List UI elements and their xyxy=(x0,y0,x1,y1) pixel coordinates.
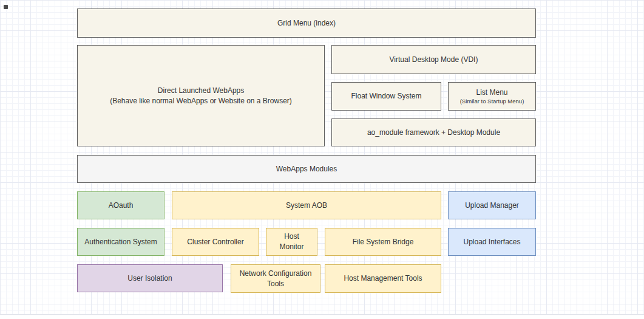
ao-module-label: ao_module framework + Desktop Module xyxy=(367,128,500,138)
list-menu-title: List Menu xyxy=(476,87,507,98)
aoauth-box: AOauth xyxy=(77,191,164,219)
webapps-modules-label: WebApps Modules xyxy=(276,164,337,174)
direct-webapps-box: Direct Launched WebApps (Behave like nor… xyxy=(77,45,325,146)
host-monitor-label: Host Monitor xyxy=(271,232,312,252)
list-menu-box: List Menu (Similar to Startup Menu) xyxy=(448,82,536,111)
system-aob-label: System AOB xyxy=(286,201,327,211)
file-system-bridge-label: File System Bridge xyxy=(353,237,414,247)
auth-system-label: Authentication System xyxy=(84,237,157,247)
upload-manager-box: Upload Manager xyxy=(448,191,536,219)
upload-interfaces-box: Upload Interfaces xyxy=(448,228,536,256)
diagram-canvas: Grid Menu (index) Direct Launched WebApp… xyxy=(0,0,644,319)
ao-module-box: ao_module framework + Desktop Module xyxy=(331,118,536,146)
cluster-controller-label: Cluster Controller xyxy=(187,237,243,247)
host-monitor-box: Host Monitor xyxy=(266,228,317,256)
network-config-tools-box: Network Configuration Tools xyxy=(231,264,320,293)
user-isolation-label: User Isolation xyxy=(127,273,172,284)
aoauth-label: AOauth xyxy=(109,201,134,211)
cluster-controller-box: Cluster Controller xyxy=(172,228,259,256)
grid-menu-box: Grid Menu (index) xyxy=(77,9,536,38)
vdi-label: Virtual Desktop Mode (VDI) xyxy=(390,55,478,65)
upload-manager-label: Upload Manager xyxy=(465,201,519,211)
file-system-bridge-box: File System Bridge xyxy=(325,228,441,256)
direct-webapps-title: Direct Launched WebApps xyxy=(158,86,245,96)
float-window-label: Float Window System xyxy=(351,91,421,101)
grid-menu-label: Grid Menu (index) xyxy=(277,18,336,29)
network-config-tools-label: Network Configuration Tools xyxy=(236,269,315,289)
vdi-box: Virtual Desktop Mode (VDI) xyxy=(331,45,536,74)
float-window-box: Float Window System xyxy=(331,82,441,111)
canvas-corner-mark xyxy=(4,5,8,9)
auth-system-box: Authentication System xyxy=(77,228,164,256)
list-menu-subtitle: (Similar to Startup Menu) xyxy=(460,98,524,105)
host-management-tools-label: Host Management Tools xyxy=(344,273,422,284)
direct-webapps-subtitle: (Behave like normal WebApps or Website o… xyxy=(110,96,292,106)
webapps-modules-box: WebApps Modules xyxy=(77,155,536,183)
upload-interfaces-label: Upload Interfaces xyxy=(463,237,520,247)
host-management-tools-box: Host Management Tools xyxy=(325,264,441,293)
user-isolation-box: User Isolation xyxy=(77,264,223,292)
system-aob-box: System AOB xyxy=(172,191,441,219)
